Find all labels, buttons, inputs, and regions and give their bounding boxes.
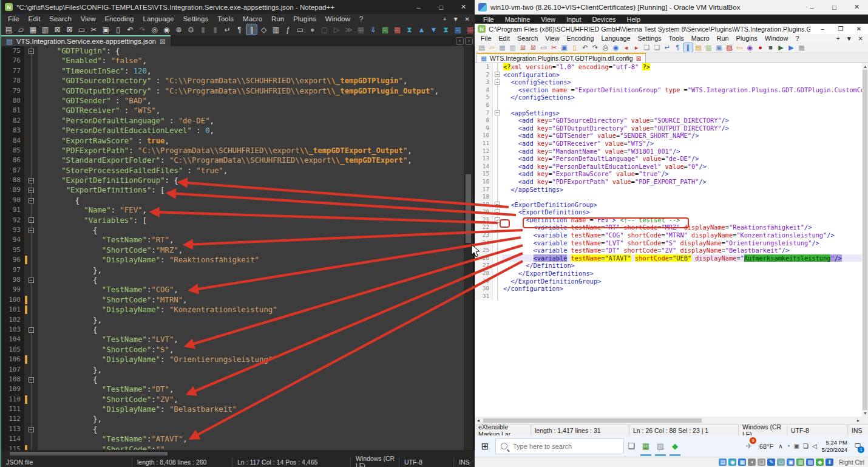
menu-extra-icon[interactable]: + [836,35,840,42]
menu-item-run[interactable]: Run [267,15,288,22]
start-button[interactable]: ⊞ [475,435,495,457]
code-line-31[interactable]: 31 [475,293,862,301]
tab-appsettings-json[interactable]: ▤ VTS.Integration.Service.exe-appsetting… [1,35,171,46]
menu-item-plugins[interactable]: Plugins [733,35,761,42]
code-line-79[interactable]: 79 "GDTOutputDirectory" : "C:\\ProgramDa… [1,86,464,96]
find-icon[interactable]: ◎ [149,24,160,35]
menu-item-devices[interactable]: Devices [587,16,620,23]
code-line-93[interactable]: 93− { [1,225,464,235]
code-line-19[interactable]: 19− <ExportDefinitionGroup> [475,201,862,209]
save-rec-icon[interactable]: ▦ [797,43,806,52]
redo-icon[interactable]: ↷ [137,24,147,35]
close-button[interactable]: ✕ [846,0,868,14]
show-symbols-icon[interactable]: ¶ [673,43,682,52]
code-line-91[interactable]: 91 "Name": "FEV", [1,205,464,215]
close-button[interactable]: ✕ [850,24,868,34]
menu-item-settings[interactable]: Settings [634,35,665,42]
fold-margin[interactable]: − [24,375,38,384]
undo-icon[interactable]: ↶ [580,43,589,52]
zoom-out-icon[interactable]: ⊖ [186,24,196,35]
compare-down-icon[interactable]: ⇓ [368,24,378,35]
new-file-icon[interactable]: ▤ [477,43,486,52]
code-line-100[interactable]: 100 "ShortCode":"MTRN", [1,295,464,305]
menu-item-settings[interactable]: Settings [179,15,213,22]
editor-horizontal-scrollbar[interactable]: ◂ ▸ [475,417,862,424]
scrollbar-thumb[interactable] [863,70,867,410]
code-line-99[interactable]: 99 "TestName":"COG", [1,285,464,295]
close-all-icon[interactable]: ⊠ [64,24,75,35]
menu-item-edit[interactable]: Edit [24,15,45,22]
hidden-icons-chevron[interactable]: ∧ [778,443,782,449]
code-line-113[interactable]: 113− { [1,424,464,434]
save-icon[interactable]: ▦ [28,24,38,35]
guest-notepadpp-title-bar[interactable]: N C:\Program Files (x86)\SCHUHFRIED GmbH… [475,24,868,34]
menu-item-language[interactable]: Language [138,15,178,22]
menu-item-?[interactable]: ? [355,15,367,22]
code-line-111[interactable]: 111 "DisplayName": "Belastbarkeit" [1,404,464,414]
cut-icon[interactable]: ✂ [549,43,558,52]
find-in-files-icon[interactable]: ◉ [611,43,620,52]
code-line-7[interactable]: 7− <appSettings> [475,109,862,117]
menu-item-input[interactable]: Input [561,16,586,23]
taskbar-search[interactable] [495,438,624,454]
tab-scroll-right-icon[interactable]: › [465,37,473,45]
code-line-92[interactable]: 92− "Variables": [ [1,216,464,225]
snapshot-icon[interactable]: ▣ [714,43,724,52]
code-line-16[interactable]: 16 <add key="PDFExportPath" value="PDF_E… [475,178,862,186]
multi-play-icon[interactable]: ≫ [344,24,354,35]
fold-margin[interactable]: − [24,196,38,205]
table-red-icon[interactable]: ▦ [392,24,402,35]
host-menu-extra[interactable]: +▼✕ [443,16,475,22]
code-line-1[interactable]: 1<?xml version="1.0" encoding="utf-8" ?> [475,63,862,71]
code-line-24[interactable]: 24 <variable testName="LVT" shortCode="S… [475,239,862,247]
grid-blue-icon[interactable]: ▦ [453,24,463,35]
onedrive-icon[interactable]: ◔ [787,443,790,449]
notepad-plus-plus-icon[interactable]: ▦ [639,435,653,457]
close-doc-icon[interactable]: ⊠ [518,43,527,52]
play-icon[interactable]: ▷ [331,24,342,35]
code-line-9[interactable]: 9 <add key="GDTOutputDirectory" value="O… [475,124,862,132]
search-next-icon[interactable]: ▸ [632,43,641,52]
photos-app-icon[interactable]: ▨ [653,435,668,457]
code-line-90[interactable]: 90− { [1,196,464,205]
menu-extra-icon[interactable]: ▼ [453,16,459,22]
save-all-icon[interactable]: ▥ [40,24,50,35]
code-line-12[interactable]: 12 <add key="MandantName" value="W31801_… [475,148,862,155]
menu-item-view[interactable]: View [536,16,560,23]
minimize-button[interactable]: – [813,24,832,34]
code-line-97[interactable]: 97 }, [1,265,464,275]
task-view-icon[interactable]: ❏ [624,435,639,457]
action-center-icon[interactable]: 🗨1 [850,435,866,457]
xml-editor[interactable]: 1<?xml version="1.0" encoding="utf-8" ?>… [475,63,862,417]
menu-item-file[interactable]: File [478,16,499,23]
menu-item-file[interactable]: File [4,15,24,22]
display-tray-icon[interactable]: ▣ [794,443,799,449]
code-line-4[interactable]: 4 <section name ="ExportDefinitionGroup"… [475,86,862,94]
tab-close-icon[interactable]: ⊠ [160,37,166,46]
code-line-109[interactable]: 109 "TestName":"DT", [1,384,464,394]
doc-switch-icon[interactable]: ◇ [259,24,269,35]
redo-icon[interactable]: ↷ [591,43,600,52]
code-line-88[interactable]: 88− "ExportDefinitionGroup": { [1,176,464,185]
code-line-11[interactable]: 11 <add key="GDTReceiver" value="WTS"/> [475,140,862,148]
menu-item-search[interactable]: Search [514,35,541,42]
indent-guide-icon[interactable]: ∥ [246,24,257,35]
taskbar-clock[interactable]: 5:24 PM 5/20/2024 [822,439,847,454]
doc-map-icon[interactable]: ▥ [704,43,713,52]
stop-icon[interactable]: ■ [766,43,775,52]
fold-margin[interactable]: − [24,275,38,285]
code-line-21[interactable]: 21− <Definition name ="FEV"> <!-- testse… [475,216,862,224]
menu-item-machine[interactable]: Machine [500,16,535,23]
code-line-17[interactable]: 17 </appSettings> [475,186,862,194]
multi-view-icon[interactable]: ❏ [642,43,651,52]
record-icon[interactable]: ● [307,24,317,35]
code-line-110[interactable]: 110 "ShortCode":"ZV", [1,395,464,404]
fold-margin[interactable]: − [24,176,38,185]
code-line-98[interactable]: 98− { [1,275,464,285]
save-macro-icon[interactable]: ▦ [356,24,366,35]
fold-margin[interactable]: − [493,201,502,209]
editor-horizontal-scrollbar[interactable] [1,450,475,457]
menu-item-?[interactable]: ? [792,35,802,42]
minimize-button[interactable]: – [801,0,823,14]
run-multi-icon[interactable]: ▶ [787,43,796,52]
